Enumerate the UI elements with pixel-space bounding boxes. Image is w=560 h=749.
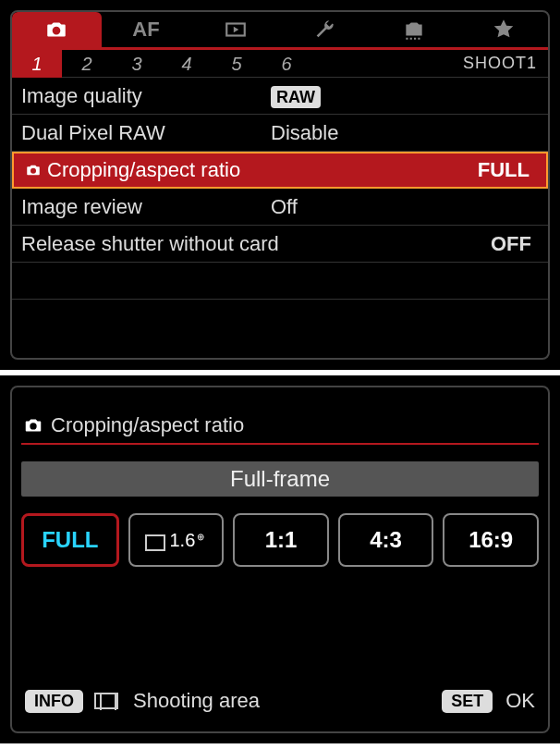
current-selection-label: Full-frame xyxy=(21,461,539,497)
shooting-area-label: Shooting area xyxy=(133,689,260,713)
menu-list: Image quality RAW Dual Pixel RAW Disable… xyxy=(12,78,548,358)
row-empty-2 xyxy=(12,300,548,337)
option-16-9[interactable]: 16:9 xyxy=(443,513,539,567)
custom-camera-icon xyxy=(402,18,426,42)
row-value: Disable xyxy=(271,121,539,145)
camera-icon xyxy=(21,415,45,436)
footer-bar: INFO Shooting area SET OK xyxy=(12,689,548,731)
row-label: Cropping/aspect ratio xyxy=(23,158,273,182)
star-icon xyxy=(492,18,516,42)
submenu-title-text: Cropping/aspect ratio xyxy=(51,413,244,437)
row-image-review[interactable]: Image review Off xyxy=(12,189,548,226)
row-label: Image review xyxy=(21,195,271,219)
camera-icon xyxy=(44,18,68,42)
tab-af[interactable]: AF xyxy=(102,12,191,47)
subtab-1[interactable]: 1 xyxy=(12,50,62,78)
subtab-bar: 1 2 3 4 5 6 SHOOT1 xyxy=(12,50,548,78)
row-cropping-aspect[interactable]: Cropping/aspect ratio FULL xyxy=(12,152,548,189)
tab-wrench[interactable] xyxy=(280,12,370,47)
menu-screen: AF 1 2 3 4 5 6 SHOOT1 xyxy=(0,0,560,370)
crop-1-6x-icon: 1.6⊕ xyxy=(147,530,204,551)
row-label: Dual Pixel RAW xyxy=(21,121,271,145)
row-empty-1 xyxy=(12,263,548,300)
row-value: Off xyxy=(271,195,539,219)
ok-label: OK xyxy=(505,689,535,713)
tab-playback[interactable] xyxy=(190,12,280,47)
tab-camera[interactable] xyxy=(12,12,102,47)
info-button[interactable]: INFO xyxy=(25,690,83,713)
af-icon: AF xyxy=(132,18,159,42)
raw-badge: RAW xyxy=(271,86,321,108)
submenu-screen: Cropping/aspect ratio Full-frame FULL 1.… xyxy=(0,375,560,743)
option-4-3[interactable]: 4:3 xyxy=(338,513,434,567)
row-dual-pixel-raw[interactable]: Dual Pixel RAW Disable xyxy=(12,115,548,152)
subtab-group-label: SHOOT1 xyxy=(463,54,542,73)
row-value: OFF xyxy=(354,232,539,256)
subtab-6[interactable]: 6 xyxy=(262,50,311,78)
shooting-area-icon xyxy=(94,693,118,709)
tab-custom[interactable] xyxy=(370,12,459,47)
submenu-inner: Cropping/aspect ratio Full-frame FULL 1.… xyxy=(10,386,550,733)
row-label: Image quality xyxy=(21,84,271,108)
row-value: FULL xyxy=(273,158,537,182)
submenu-underline xyxy=(21,443,539,445)
subtab-5[interactable]: 5 xyxy=(212,50,262,78)
menu-inner: AF 1 2 3 4 5 6 SHOOT1 xyxy=(10,10,550,360)
row-value: RAW xyxy=(271,84,539,108)
subtab-2[interactable]: 2 xyxy=(62,50,112,78)
row-release-shutter[interactable]: Release shutter without card OFF xyxy=(12,226,548,263)
option-1-6x-crop[interactable]: 1.6⊕ xyxy=(128,513,225,567)
playback-icon xyxy=(224,18,248,42)
row-image-quality[interactable]: Image quality RAW xyxy=(12,78,548,115)
row-label-text: Cropping/aspect ratio xyxy=(47,158,240,182)
row-label: Release shutter without card xyxy=(21,232,354,256)
option-1-1[interactable]: 1:1 xyxy=(233,513,329,567)
camera-icon xyxy=(23,162,43,178)
subtab-4[interactable]: 4 xyxy=(162,50,212,78)
main-tabbar: AF xyxy=(12,12,548,47)
option-row: FULL 1.6⊕ 1:1 4:3 16:9 xyxy=(12,497,548,567)
tab-star[interactable] xyxy=(458,12,548,47)
set-button[interactable]: SET xyxy=(442,690,493,713)
submenu-title: Cropping/aspect ratio xyxy=(12,387,548,443)
wrench-icon xyxy=(312,18,336,42)
option-full[interactable]: FULL xyxy=(21,513,119,567)
subtab-3[interactable]: 3 xyxy=(112,50,162,78)
